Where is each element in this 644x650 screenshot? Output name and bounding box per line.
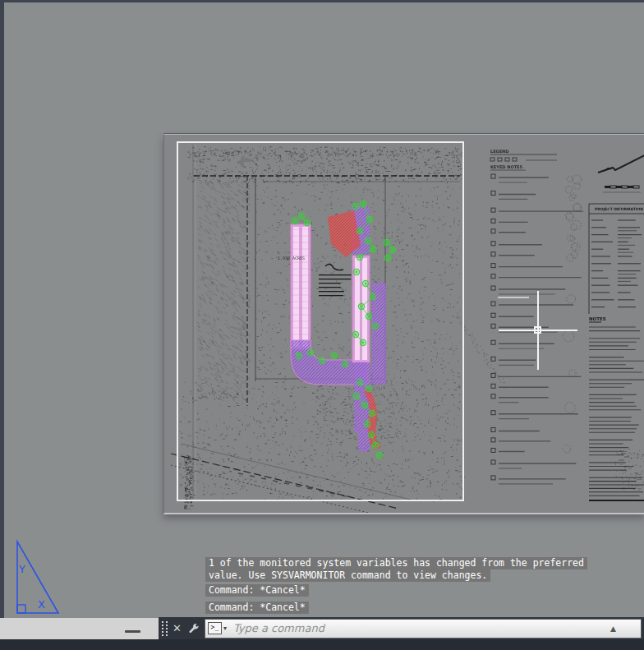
close-icon[interactable]: ✕ (172, 623, 182, 634)
ucs-x-label: X (38, 598, 45, 611)
wrench-icon[interactable] (188, 623, 200, 634)
site-plan-canvas[interactable] (164, 135, 644, 513)
command-prompt-icon: >_ (208, 622, 222, 634)
layout-sheet[interactable] (163, 134, 644, 514)
sysvar-message-line1: 1 of the monitored system variables has … (205, 557, 587, 569)
command-scroll-up-icon[interactable]: ▲ (610, 625, 616, 633)
ucs-icon: Y X (5, 534, 62, 616)
sysvar-message-line2: value. Use SYSVARMONITOR command to view… (205, 569, 490, 582)
crosshair-pickbox (534, 326, 541, 334)
command-field[interactable]: >_ ▾ ▲ (205, 619, 642, 638)
ucs-origin-box (17, 605, 25, 613)
autocad-window: Y X 1 of the monitored system variables … (0, 0, 644, 650)
command-dock-grip-icon[interactable] (162, 621, 168, 636)
ucs-y-label: Y (18, 563, 25, 575)
command-input[interactable] (227, 620, 610, 637)
status-strip (0, 618, 159, 639)
window-bottom-edge (0, 639, 644, 650)
command-history-entry: Command: *Cancel* (205, 602, 309, 614)
command-line-dock: ✕ >_ ▾ ▲ (159, 617, 644, 639)
command-history-entry: Command: *Cancel* (205, 584, 309, 597)
window-left-edge (0, 0, 4, 556)
window-top-edge (0, 0, 644, 2)
sysvar-monitor-message: 1 of the monitored system variables has … (205, 557, 587, 582)
status-strip-handle[interactable] (125, 630, 140, 633)
